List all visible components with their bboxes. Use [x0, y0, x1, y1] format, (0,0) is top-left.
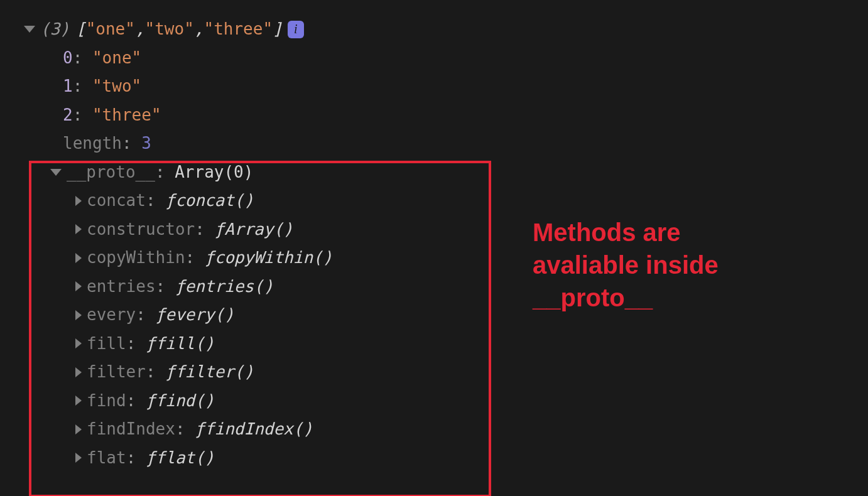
function-icon: ƒ	[215, 215, 225, 244]
method-fn: Array()	[224, 215, 293, 244]
entry-index: 2	[63, 101, 73, 130]
chevron-right-icon[interactable]	[75, 396, 82, 406]
summary-item-0: "one"	[86, 15, 135, 44]
summary-item-2: "three"	[204, 15, 273, 44]
length-row[interactable]: length : 3	[0, 129, 868, 158]
method-fn: flat()	[156, 444, 215, 473]
annotation-line-3: __proto__	[533, 281, 719, 314]
method-fn: concat()	[175, 186, 254, 215]
method-name: copyWithin	[87, 244, 185, 272]
sep: ,	[135, 15, 145, 44]
method-name: concat	[87, 186, 146, 215]
close-bracket: ]	[273, 15, 283, 44]
proto-method-findIndex[interactable]: findIndex: ƒ findIndex()	[0, 415, 868, 444]
function-icon: ƒ	[146, 444, 156, 473]
array-entry-0[interactable]: 0 : "one"	[0, 44, 868, 73]
entry-index: 0	[63, 44, 73, 73]
info-glyph: i	[294, 18, 298, 40]
chevron-right-icon[interactable]	[75, 224, 82, 234]
proto-row[interactable]: __proto__ : Array(0)	[0, 158, 868, 187]
method-fn: filter()	[175, 358, 254, 387]
method-fn: fill()	[156, 330, 215, 359]
method-name: constructor	[87, 215, 195, 244]
chevron-right-icon[interactable]	[75, 453, 82, 463]
entry-value: "one"	[92, 44, 141, 73]
chevron-right-icon[interactable]	[75, 338, 82, 348]
entry-value: "three"	[92, 101, 161, 130]
colon: :	[136, 301, 155, 330]
annotation-line-2: avaliable inside	[533, 249, 719, 281]
colon: :	[156, 272, 175, 301]
function-icon: ƒ	[195, 415, 205, 444]
length-label: length	[63, 129, 122, 158]
array-count: (3)	[40, 15, 70, 44]
colon: :	[146, 358, 165, 387]
open-bracket: [	[76, 15, 86, 44]
array-entry-2[interactable]: 2 : "three"	[0, 101, 868, 130]
annotation-line-1: Methods are	[533, 216, 719, 249]
method-name: find	[87, 387, 126, 416]
chevron-down-icon[interactable]	[50, 169, 62, 176]
colon: :	[146, 186, 165, 215]
summary-item-1: "two"	[145, 15, 194, 44]
length-value: 3	[141, 129, 151, 158]
method-name: flat	[87, 444, 126, 473]
sep: ,	[194, 15, 204, 44]
colon: :	[185, 244, 205, 272]
chevron-right-icon[interactable]	[75, 310, 82, 320]
chevron-right-icon[interactable]	[75, 424, 82, 434]
proto-method-constructor[interactable]: constructor: ƒ Array()	[0, 215, 868, 244]
method-fn: entries()	[185, 272, 274, 301]
method-fn: findIndex()	[205, 415, 313, 444]
proto-method-concat[interactable]: concat: ƒ concat()	[0, 186, 868, 215]
proto-method-entries[interactable]: entries: ƒ entries()	[0, 272, 868, 301]
method-fn: every()	[165, 301, 234, 330]
method-name: findIndex	[87, 415, 175, 444]
proto-value: Array(0)	[175, 158, 253, 187]
array-entry-1[interactable]: 1 : "two"	[0, 72, 868, 101]
entry-index: 1	[63, 72, 73, 101]
method-name: fill	[87, 330, 126, 359]
colon: :	[126, 330, 146, 359]
colon: :	[195, 215, 214, 244]
function-icon: ƒ	[165, 358, 175, 387]
chevron-right-icon[interactable]	[75, 196, 82, 206]
chevron-right-icon[interactable]	[75, 367, 82, 377]
method-name: every	[87, 301, 136, 330]
function-icon: ƒ	[146, 387, 156, 416]
entry-value: "two"	[92, 72, 141, 101]
proto-method-find[interactable]: find: ƒ find()	[0, 387, 868, 416]
proto-label: __proto__	[67, 158, 155, 187]
proto-method-copyWithin[interactable]: copyWithin: ƒ copyWithin()	[0, 244, 868, 272]
function-icon: ƒ	[175, 272, 185, 301]
colon: :	[126, 387, 146, 416]
info-icon[interactable]: i	[288, 21, 304, 38]
method-name: entries	[87, 272, 156, 301]
colon: :	[126, 444, 146, 473]
method-fn: copyWithin()	[215, 244, 333, 272]
array-summary-row[interactable]: (3) [ "one" , "two" , "three" ] i	[0, 15, 868, 44]
proto-method-flat[interactable]: flat: ƒ flat()	[0, 444, 868, 473]
chevron-down-icon[interactable]	[24, 26, 35, 33]
annotation-text: Methods are avaliable inside __proto__	[533, 216, 719, 314]
method-name: filter	[87, 358, 146, 387]
proto-method-fill[interactable]: fill: ƒ fill()	[0, 330, 868, 359]
chevron-right-icon[interactable]	[75, 253, 82, 263]
proto-method-every[interactable]: every: ƒ every()	[0, 301, 868, 330]
function-icon: ƒ	[156, 301, 166, 330]
function-icon: ƒ	[205, 244, 215, 272]
method-fn: find()	[156, 387, 215, 416]
function-icon: ƒ	[165, 186, 175, 215]
proto-method-filter[interactable]: filter: ƒ filter()	[0, 358, 868, 387]
colon: :	[175, 415, 195, 444]
chevron-right-icon[interactable]	[75, 281, 82, 291]
function-icon: ƒ	[146, 330, 156, 359]
